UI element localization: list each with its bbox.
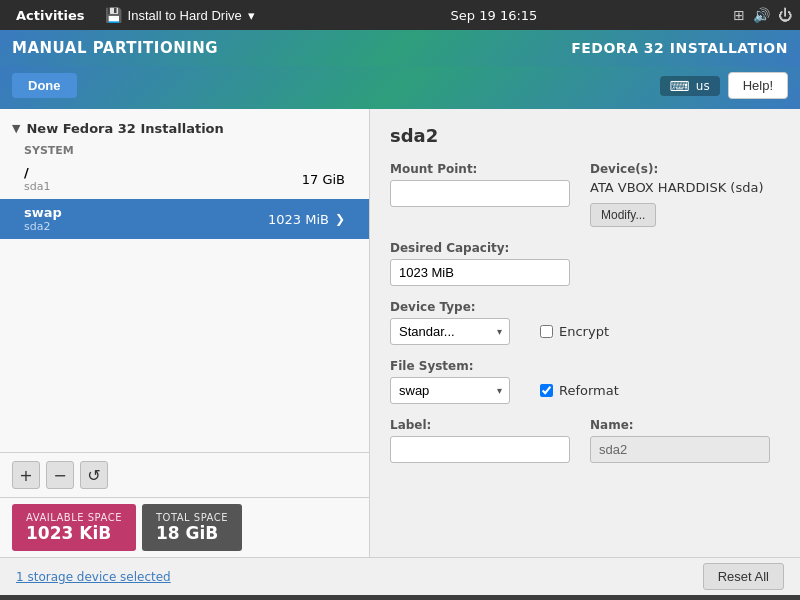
tree-header[interactable]: ▼ New Fedora 32 Installation <box>0 117 369 140</box>
label-name-row: Label: Name: <box>390 418 780 463</box>
topbar: Activities 💾 Install to Hard Drive ▾ Sep… <box>0 0 800 30</box>
keyboard-lang: us <box>696 79 710 93</box>
right-panel: sda2 Mount Point: Device(s): ATA VBOX HA… <box>370 109 800 557</box>
install-to-hard-drive-button[interactable]: 💾 Install to Hard Drive ▾ <box>105 7 255 23</box>
space-bar: AVAILABLE SPACE 1023 KiB TOTAL SPACE 18 … <box>0 497 369 557</box>
name-input[interactable] <box>590 436 770 463</box>
name-group: Name: <box>590 418 770 463</box>
label-label: Label: <box>390 418 570 432</box>
refresh-partitions-button[interactable]: ↺ <box>80 461 108 489</box>
mount-point-group: Mount Point: <box>390 162 570 227</box>
partition-device-swap: sda2 <box>24 220 62 233</box>
partition-device-root: sda1 <box>24 180 50 193</box>
reformat-checkbox[interactable] <box>540 384 553 397</box>
device-type-select-wrap: Standar... LVM RAID ▾ <box>390 318 510 345</box>
chevron-right-icon: ❯ <box>335 212 345 226</box>
header-band: MANUAL PARTITIONING FEDORA 32 INSTALLATI… <box>0 30 800 66</box>
system-label: SYSTEM <box>0 140 369 159</box>
file-system-label: File System: <box>390 359 780 373</box>
tree-toggle-icon: ▼ <box>12 122 20 135</box>
partition-controls: + − ↺ <box>0 452 369 497</box>
partition-row-root[interactable]: / sda1 17 GiB <box>0 159 369 199</box>
file-system-group: File System: swap ext4 xfs btrfs ▾ Refor… <box>390 359 780 404</box>
name-label: Name: <box>590 418 770 432</box>
fedora-install-title: FEDORA 32 INSTALLATION <box>571 40 788 56</box>
hdd-icon: 💾 <box>105 7 122 23</box>
partition-size-root: 17 GiB <box>302 172 345 187</box>
device-type-group: Device Type: Standar... LVM RAID ▾ Encry… <box>390 300 780 345</box>
partition-name-root: / <box>24 165 50 180</box>
label-input[interactable] <box>390 436 570 463</box>
keyboard-indicator[interactable]: ⌨ us <box>660 76 720 96</box>
devices-value: ATA VBOX HARDDISK (sda) <box>590 180 763 195</box>
keyboard-icon: ⌨ <box>670 78 690 94</box>
available-space-label: AVAILABLE SPACE <box>26 512 122 523</box>
clock: Sep 19 16:15 <box>267 8 722 23</box>
installation-tree: ▼ New Fedora 32 Installation SYSTEM / sd… <box>0 109 369 452</box>
encrypt-group: Encrypt <box>540 324 609 339</box>
label-group: Label: <box>390 418 570 463</box>
partition-row-swap[interactable]: swap sda2 1023 MiB ❯ <box>0 199 369 239</box>
remove-partition-button[interactable]: − <box>46 461 74 489</box>
reset-all-button[interactable]: Reset All <box>703 563 784 590</box>
tree-header-label: New Fedora 32 Installation <box>26 121 223 136</box>
encrypt-label: Encrypt <box>559 324 609 339</box>
encrypt-checkbox[interactable] <box>540 325 553 338</box>
devices-label: Device(s): <box>590 162 763 176</box>
partition-size-swap: 1023 MiB <box>268 212 329 227</box>
device-type-select[interactable]: Standar... LVM RAID <box>390 318 510 345</box>
file-system-select[interactable]: swap ext4 xfs btrfs <box>390 377 510 404</box>
footer: 1 storage device selected Reset All <box>0 557 800 595</box>
reformat-label: Reformat <box>559 383 619 398</box>
done-button[interactable]: Done <box>12 73 77 98</box>
file-system-select-wrap: swap ext4 xfs btrfs ▾ <box>390 377 510 404</box>
modify-button[interactable]: Modify... <box>590 203 656 227</box>
storage-device-link[interactable]: 1 storage device selected <box>16 570 171 584</box>
left-panel: ▼ New Fedora 32 Installation SYSTEM / sd… <box>0 109 370 557</box>
sub-header: Done ⌨ us Help! <box>0 66 800 109</box>
mount-devices-row: Mount Point: Device(s): ATA VBOX HARDDIS… <box>390 162 780 227</box>
file-system-row: swap ext4 xfs btrfs ▾ Reformat <box>390 377 780 404</box>
header-right-group: ⌨ us Help! <box>660 72 788 99</box>
main-content: ▼ New Fedora 32 Installation SYSTEM / sd… <box>0 109 800 557</box>
activities-button[interactable]: Activities <box>8 4 93 27</box>
topbar-right: ⊞ 🔊 ⏻ <box>733 7 792 23</box>
volume-icon: 🔊 <box>753 7 770 23</box>
power-icon: ⏻ <box>778 7 792 23</box>
device-info-group: Device(s): ATA VBOX HARDDISK (sda) Modif… <box>590 162 763 227</box>
available-space: AVAILABLE SPACE 1023 KiB <box>12 504 136 551</box>
mount-point-input[interactable] <box>390 180 570 207</box>
mount-point-label: Mount Point: <box>390 162 570 176</box>
partition-name-swap: swap <box>24 205 62 220</box>
desired-capacity-group: Desired Capacity: <box>390 241 780 286</box>
network-icon: ⊞ <box>733 7 745 23</box>
add-partition-button[interactable]: + <box>12 461 40 489</box>
desired-capacity-label: Desired Capacity: <box>390 241 780 255</box>
available-space-value: 1023 KiB <box>26 523 122 543</box>
chevron-down-icon: ▾ <box>248 8 255 23</box>
desired-capacity-input[interactable] <box>390 259 570 286</box>
total-space: TOTAL SPACE 18 GiB <box>142 504 242 551</box>
device-type-row: Standar... LVM RAID ▾ Encrypt <box>390 318 780 345</box>
partition-detail-title: sda2 <box>390 125 780 146</box>
install-button-label: Install to Hard Drive <box>128 8 242 23</box>
help-button[interactable]: Help! <box>728 72 788 99</box>
reformat-group: Reformat <box>540 383 619 398</box>
manual-partitioning-title: MANUAL PARTITIONING <box>12 39 218 57</box>
total-space-value: 18 GiB <box>156 523 228 543</box>
total-space-label: TOTAL SPACE <box>156 512 228 523</box>
device-type-label: Device Type: <box>390 300 780 314</box>
